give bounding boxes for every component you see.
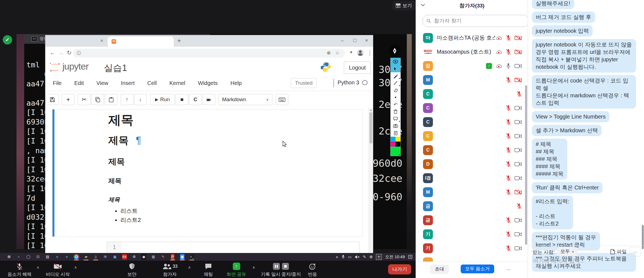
invite-button[interactable]: 초대 [430,265,449,274]
participants-more-button[interactable]: ... [503,265,514,273]
security-button[interactable]: 보안 [121,263,143,277]
menu-item[interactable]: File [53,80,62,86]
edge-icon[interactable]: e [64,254,70,260]
taskview-icon[interactable]: ⊡ [35,254,41,260]
video-options-chevron[interactable]: ∧ [74,265,77,269]
folder-icon[interactable]: ▰ [83,254,89,260]
tray-chevron-icon[interactable]: ∧ [336,255,338,259]
menu-item[interactable]: Cell [147,80,157,86]
site-info-icon[interactable]: ⓘ [77,50,81,56]
participant-row[interactable]: 금 [416,199,528,213]
tray-volume-muted-icon[interactable] [355,255,360,259]
restart-run-all-button[interactable]: ▶▶ [203,94,215,105]
command-palette-button[interactable] [276,94,288,105]
url-input[interactable] [84,50,321,55]
record-pause-stop-button[interactable]: 기록 일시 중지/중지 [256,263,306,277]
scrollbar-thumb[interactable] [369,112,372,143]
file-button[interactable]: 파일 [610,248,627,255]
reactions-button[interactable]: 반응 [302,263,323,277]
participant-row[interactable]: C [416,143,528,157]
participant-search[interactable] [422,15,529,27]
participants-options-chevron[interactable]: ∧ [188,265,191,269]
participant-row[interactable]: I경 [416,171,528,185]
menu-item[interactable]: Kernel [169,80,185,86]
clipboard-icon[interactable] [391,130,400,137]
code-input[interactable] [122,242,359,253]
search-icon[interactable]: ○ [16,254,22,260]
eraser-icon[interactable] [391,87,400,94]
forward-icon[interactable]: → [58,49,64,56]
window-minimize-button[interactable]: – [341,37,344,43]
chat-message-input[interactable] [532,257,638,264]
whiteboard-icon[interactable] [391,115,400,122]
tray-keyboard-icon[interactable]: ▭ [348,255,352,259]
calculator-icon[interactable]: ▦ [150,254,156,260]
clock[interactable]: 오전 10:49 [385,254,405,260]
profile-avatar-icon[interactable] [357,49,364,56]
64-icon[interactable]: 64 [121,254,128,260]
share-screen-button[interactable]: ↑ 화면 공유 [222,263,251,277]
photos-icon[interactable]: ▣ [112,254,118,260]
ime-korean-indicator[interactable]: 한 [376,254,382,260]
settings-icon[interactable]: ⚙ [131,254,137,260]
markdown-cell[interactable]: 제목 제목¶ 제목 제목 제목 리스트리스트2 [52,109,363,237]
menu-item[interactable]: Edit [74,80,84,86]
chrome-icon[interactable] [73,254,79,260]
participants-button[interactable]: 33 참가자 [154,263,185,277]
line-tool-icon[interactable] [391,79,400,87]
color-black[interactable] [396,142,400,147]
trash-icon[interactable] [391,108,400,115]
annotation-pen-button[interactable] [389,45,401,57]
mouse-mode-eye-icon[interactable] [391,58,400,65]
menu-item[interactable]: Help [230,80,242,86]
pause-icon[interactable] [273,263,280,270]
restart-kernel-button[interactable]: C [189,94,202,105]
mail-icon[interactable]: ✉ [102,254,108,260]
cut-cell-button[interactable]: ✂ [78,94,90,105]
add-cell-button[interactable]: + [62,94,74,105]
run-button[interactable]: ▶ Run [150,94,175,105]
participant-row[interactable]: C [416,129,528,143]
browser-menu-icon[interactable]: ⋮ [367,49,373,56]
participant-row[interactable]: 기 [416,227,528,241]
terminal-icon[interactable]: >_ [189,254,195,260]
address-bar[interactable]: ⓘ ⊕ ☆ [73,49,345,57]
tray-close-icon[interactable]: ⊗ [369,254,373,259]
store-icon[interactable]: ▤ [45,254,51,260]
code-cell[interactable]: 1 [107,242,360,253]
browser-scrollbar[interactable]: ▲ [369,108,373,253]
obs-icon[interactable]: ◉ [141,254,147,260]
paste-cell-button[interactable] [105,94,117,105]
reload-icon[interactable]: ↻ [67,49,72,56]
window-close-button[interactable]: × [365,37,368,43]
notebook-title[interactable]: 실습1 [104,62,127,74]
participants-scrollbar[interactable] [525,85,527,245]
unmute-options-chevron[interactable]: ∧ [37,265,39,269]
participant-row[interactable]: 마 마소캠퍼스TA (공동 호스트, 나) [416,31,528,45]
dot-size-icon[interactable] [391,94,400,101]
unmute-button[interactable]: 음소거 해제 [3,263,36,277]
powerpoint-icon[interactable]: P [170,254,176,260]
zoom-icon[interactable]: ⊕ [327,50,331,56]
extension-pin-icon[interactable]: ● [350,49,352,54]
scroll-up-arrow[interactable]: ▲ [370,109,372,111]
leave-button[interactable]: 나가기 [388,264,411,274]
color-selected-green[interactable] [391,147,400,156]
search-input[interactable] [433,18,512,24]
active-tab[interactable] [108,37,174,47]
participant-row[interactable]: C [416,101,528,115]
chat-more-button[interactable]: ... [629,247,641,257]
participant-row[interactable]: 금 [416,213,528,227]
bookmark-star-icon[interactable]: ☆ [335,50,339,56]
view-options-button[interactable]: 보기 [393,1,415,10]
recipient-dropdown[interactable]: 모두 ∨ [557,247,577,256]
participant-row[interactable]: M [416,185,528,199]
interrupt-kernel-button[interactable]: ■ [176,94,188,105]
mute-all-button[interactable]: 모두 음소거 [461,265,494,273]
tray-pen-icon[interactable]: ✎ [363,255,366,259]
new-tab-button[interactable]: + [177,37,181,45]
draw-pencil-icon[interactable] [391,72,400,79]
start-icon[interactable]: ⊞ [6,254,12,260]
tab-close-icon[interactable]: × [100,38,103,44]
logout-button[interactable]: Logout [344,62,371,74]
